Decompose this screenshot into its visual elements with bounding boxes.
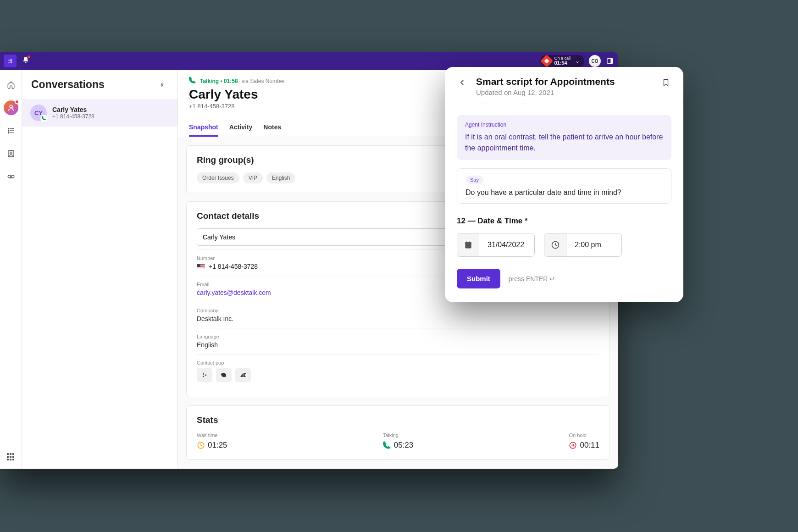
ring-group-chip: VIP — [243, 172, 263, 183]
pause-icon — [569, 441, 577, 449]
agent-instruction-box: Agent Instruction If it is an oral contr… — [457, 115, 671, 160]
conversation-item[interactable]: CY Carly Yates +1 814-458-3728 — [22, 99, 177, 127]
chevron-down-icon: ⌄ — [575, 58, 580, 64]
phone-icon — [189, 77, 196, 85]
tab-snapshot[interactable]: Snapshot — [189, 119, 218, 137]
wait-time-value: 01:25 — [208, 441, 227, 450]
say-tag: Say — [466, 176, 483, 184]
back-icon[interactable] — [456, 76, 469, 89]
contact-pop-label: Contact pop — [197, 360, 599, 366]
calendar-icon — [457, 233, 479, 256]
bookmark-icon[interactable] — [659, 76, 672, 89]
stats-card: Stats Wait time 01:25 Talking 05:23 On h… — [186, 405, 610, 460]
nav-contacts-icon[interactable] — [4, 146, 18, 161]
tab-notes[interactable]: Notes — [263, 119, 281, 137]
language-label: Language — [197, 334, 599, 339]
svg-point-19 — [570, 442, 576, 449]
conversation-phone: +1 814-458-3728 — [52, 113, 94, 120]
company-label: Company — [197, 308, 599, 313]
time-value: 2:00 pm — [566, 241, 621, 249]
call-status-icon — [540, 55, 553, 67]
svg-rect-9 — [8, 150, 14, 157]
talking-value: 05:23 — [394, 441, 414, 450]
stats-title: Stats — [197, 415, 599, 425]
nav-conversations-icon[interactable] — [4, 100, 18, 115]
contact-pop-salesforce-icon[interactable] — [216, 368, 232, 382]
svg-point-10 — [10, 152, 12, 154]
notifications-icon[interactable] — [22, 56, 31, 66]
svg-point-12 — [11, 175, 14, 178]
notification-badge — [28, 55, 30, 58]
clock-icon — [544, 233, 566, 256]
clock-icon — [197, 441, 205, 449]
script-title: Smart script for Appointments — [476, 76, 652, 87]
svg-point-11 — [8, 175, 11, 178]
company-value: Desktalk Inc. — [197, 315, 599, 322]
contact-avatar: CY — [30, 105, 47, 121]
wait-time-label: Wait time — [197, 432, 227, 438]
svg-point-5 — [8, 130, 9, 131]
ring-group-chip: Order Issues — [197, 172, 239, 183]
phone-status-icon — [40, 115, 48, 122]
date-value: 31/04/2022 — [479, 241, 534, 249]
call-via-text: via Sales Number — [242, 78, 285, 84]
time-input[interactable]: 2:00 pm — [544, 233, 622, 257]
hold-label: On hold — [569, 432, 599, 438]
svg-point-3 — [8, 128, 9, 129]
app-logo[interactable]: :t — [4, 55, 17, 67]
submit-button[interactable]: Submit — [457, 269, 500, 288]
say-text: Do you have a particular date and time i… — [466, 188, 663, 197]
nav-queues-icon[interactable] — [4, 123, 18, 138]
smart-script-panel: Smart script for Appointments Updated on… — [445, 67, 683, 302]
conversations-panel: Conversations CY Carly Yates +1 814-458-… — [22, 70, 178, 469]
tab-activity[interactable]: Activity — [229, 119, 253, 137]
collapse-panel-icon[interactable] — [157, 79, 168, 90]
instruction-tag: Agent Instruction — [465, 122, 663, 128]
call-status-pill[interactable]: On a call 01:54 ⌄ — [540, 55, 584, 67]
date-input[interactable]: 31/04/2022 — [457, 233, 535, 257]
hold-value: 00:11 — [580, 441, 599, 450]
nav-apps-icon[interactable] — [7, 453, 15, 461]
contact-pop-zendesk-icon[interactable] — [235, 368, 251, 382]
ring-group-chip: English — [266, 172, 295, 183]
nav-rail — [0, 70, 22, 469]
svg-point-2 — [10, 105, 12, 108]
nav-home-icon[interactable] — [4, 78, 18, 92]
contact-pop-talkdesk-icon[interactable] — [197, 368, 212, 382]
svg-rect-15 — [203, 373, 204, 375]
instruction-text: If it is an oral contrast, tell the pati… — [465, 132, 663, 154]
script-updated: Updated on Aug 12, 2021 — [476, 89, 652, 96]
flag-us-icon — [197, 264, 205, 269]
conversations-title: Conversations — [31, 78, 105, 91]
nav-voicemail-icon[interactable] — [4, 169, 18, 184]
enter-hint: press ENTER ↵ — [509, 275, 555, 283]
nav-badge — [15, 100, 19, 104]
phone-icon — [383, 441, 391, 449]
svg-rect-23 — [465, 242, 471, 244]
svg-rect-1 — [610, 59, 613, 64]
talking-label: Talking — [383, 432, 414, 438]
user-avatar[interactable]: CO — [589, 55, 601, 67]
svg-rect-17 — [205, 375, 206, 376]
conversation-name: Carly Yates — [52, 106, 94, 113]
svg-point-7 — [8, 132, 9, 133]
panel-toggle-icon[interactable] — [605, 56, 615, 66]
language-value: English — [197, 341, 599, 349]
svg-rect-16 — [203, 376, 204, 377]
question-label: 12 — Date & Time * — [457, 216, 671, 226]
say-box: Say Do you have a particular date and ti… — [457, 168, 671, 204]
call-status-text: Talking • 01:58 — [200, 78, 238, 84]
call-status-time: 01:54 — [554, 61, 571, 66]
